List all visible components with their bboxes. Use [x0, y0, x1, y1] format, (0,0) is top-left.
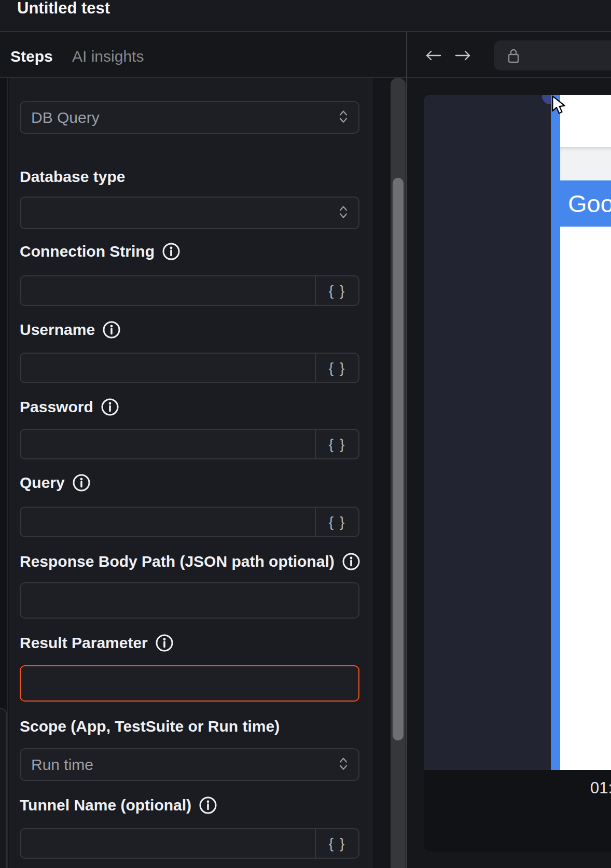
step-type-select[interactable]: DB Query [20, 101, 359, 134]
scrollbar-thumb[interactable] [393, 178, 404, 740]
step-type-value: DB Query [21, 109, 358, 127]
info-icon[interactable] [199, 796, 217, 815]
app-window: Untitled test Steps AI insights DB Query [0, 0, 611, 868]
response-body-path-label-row: Response Body Path (JSON path optional) [20, 552, 360, 571]
step-properties-panel: DB Query Database type Connecti [9, 78, 374, 868]
result-parameter-label-row: Result Parameter [20, 633, 174, 653]
parameter-toggle-button[interactable]: { } [315, 430, 358, 458]
chevron-updown-icon [338, 757, 349, 773]
field-label: Tunnel Name (optional) [20, 795, 191, 815]
password-label-row: Password [20, 397, 119, 417]
preview-footer: 01: [424, 770, 611, 852]
tunnel-name-input[interactable]: { } [20, 828, 359, 859]
field-label: Result Parameter [20, 633, 148, 653]
chevron-updown-icon [338, 205, 349, 221]
parameter-toggle-button[interactable]: { } [315, 276, 358, 305]
timestamp: 01: [590, 778, 611, 798]
parameter-toggle-button[interactable]: { } [315, 354, 358, 382]
connection-string-label-row: Connection String [20, 242, 180, 261]
field-label: Connection String [20, 242, 155, 261]
info-icon[interactable] [155, 634, 174, 652]
password-input[interactable]: { } [20, 429, 359, 459]
parameter-toggle-button[interactable]: { } [315, 829, 358, 858]
result-parameter-input[interactable] [20, 665, 359, 702]
field-label: Database type [20, 167, 125, 187]
tab-steps[interactable]: Steps [10, 47, 53, 66]
preview-gray-band [560, 147, 611, 180]
username-input[interactable]: { } [20, 353, 359, 383]
info-icon[interactable] [102, 320, 121, 339]
query-input[interactable]: { } [20, 507, 359, 537]
arrow-left-icon [425, 50, 441, 61]
browser-forward-button[interactable] [455, 50, 471, 63]
step-screenshot-card: Goog 01: [424, 95, 611, 852]
field-label: Scope (App, TestSuite or Run time) [20, 717, 280, 736]
mouse-cursor-icon [551, 95, 570, 117]
field-label: Password [20, 397, 93, 417]
tab-ai-insights[interactable]: AI insights [72, 47, 144, 66]
query-label-row: Query [20, 473, 91, 493]
database-type-select[interactable] [20, 197, 359, 229]
arrow-right-icon [455, 50, 471, 61]
scope-label-row: Scope (App, TestSuite or Run time) [20, 717, 280, 736]
preview-google-banner: Goog [551, 180, 611, 227]
left-drawer-handle[interactable] [0, 708, 7, 868]
username-label-row: Username [20, 320, 121, 340]
info-icon[interactable] [342, 552, 360, 571]
info-icon[interactable] [72, 473, 91, 492]
database-type-label-row: Database type [20, 167, 125, 187]
info-icon[interactable] [101, 398, 119, 416]
response-body-path-input[interactable] [20, 582, 359, 619]
title-bar: Untitled test [0, 0, 611, 32]
connection-string-input[interactable]: { } [20, 275, 359, 306]
field-label: Response Body Path (JSON path optional) [20, 552, 335, 571]
page-title: Untitled test [17, 0, 110, 19]
chevron-updown-icon [338, 109, 349, 125]
scope-select[interactable]: Run time [20, 748, 359, 781]
parameter-toggle-button[interactable]: { } [315, 508, 358, 536]
preview-white-body [560, 227, 611, 770]
google-banner-text: Goog [551, 189, 611, 218]
lock-icon [508, 48, 519, 66]
browser-back-button[interactable] [425, 50, 441, 63]
tunnel-name-label-row: Tunnel Name (optional) [20, 795, 217, 815]
field-label: Username [20, 320, 95, 340]
field-label: Query [20, 473, 65, 493]
info-icon[interactable] [162, 242, 180, 261]
